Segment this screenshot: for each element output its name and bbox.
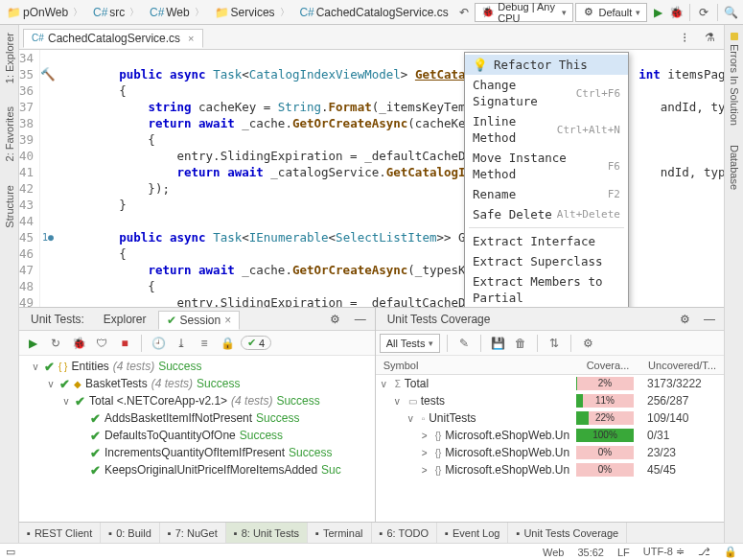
- errors-tool[interactable]: Errors In Solution: [729, 33, 740, 126]
- breadcrumb-item[interactable]: 📁pOnWeb〉: [4, 6, 88, 19]
- close-tab-icon[interactable]: ×: [188, 33, 194, 44]
- minimize-icon[interactable]: —: [699, 309, 720, 330]
- toggle-icon[interactable]: v: [61, 396, 71, 407]
- save-icon[interactable]: 💾: [488, 334, 507, 353]
- context-menu-item[interactable]: Change SignatureCtrl+F6: [465, 75, 628, 111]
- context-menu-item[interactable]: Move Instance MethodF6: [465, 148, 628, 184]
- coverage-filter[interactable]: All Tests▾: [380, 334, 441, 353]
- session-tab[interactable]: ✔Session×: [158, 311, 241, 330]
- toggle-icon[interactable]: >: [422, 448, 431, 458]
- context-menu-item[interactable]: Extract Members to Partial: [465, 271, 628, 307]
- caret-position[interactable]: 35:62: [577, 547, 604, 558]
- breadcrumb-item[interactable]: C#src〉: [90, 6, 145, 19]
- tool-window-button[interactable]: ▪REST Client: [19, 523, 101, 543]
- coverage-tree[interactable]: v Σ Total 2% 3173/3222 v ▭ tests 11% 256…: [376, 375, 724, 522]
- breadcrumb-item[interactable]: 📁Services〉: [212, 6, 295, 19]
- test-tree-row[interactable]: v ✔ { } Entities (4 tests) Success: [23, 358, 371, 375]
- tool-window-button[interactable]: ▪7: NuGet: [160, 523, 226, 543]
- run-config-label: Debug | Any CPU: [498, 1, 558, 24]
- passed-badge[interactable]: ✔4: [241, 336, 271, 350]
- test-tree-row[interactable]: v ✔ Total <.NETCoreApp-v2.1> (4 tests) S…: [23, 392, 371, 409]
- coverage-row[interactable]: v ▫ UnitTests 22% 109/140: [376, 409, 724, 427]
- run-config-selector[interactable]: 🐞Debug | Any CPU▾: [475, 3, 573, 22]
- explorer-tool[interactable]: 1: Explorer: [4, 33, 15, 83]
- lock-icon[interactable]: 🔒: [218, 334, 237, 353]
- lab-icon[interactable]: ⚗: [699, 27, 720, 48]
- update-button[interactable]: ⟳: [695, 2, 712, 23]
- back-button[interactable]: ↶: [456, 2, 474, 23]
- coverage-row[interactable]: > {} Microsoft.eShopWeb.Un 0% 45/45: [376, 461, 724, 478]
- test-tree-row[interactable]: ✔ DefaultsToQuantityOfOne Success: [23, 427, 371, 444]
- target-selector[interactable]: ⚙Default▾: [575, 3, 647, 22]
- tool-window-button[interactable]: ▪0: Build: [101, 523, 160, 543]
- test-tree-row[interactable]: ✔ IncrementsQuantityOfItemIfPresent Succ…: [23, 444, 371, 461]
- filter-icon[interactable]: ≡: [195, 334, 214, 353]
- unit-tests-tree[interactable]: v ✔ { } Entities (4 tests) Success v ✔ ◆…: [19, 356, 375, 522]
- test-tree-row[interactable]: ✔ KeepsOriginalUnitPriceIfMoreItemsAdded…: [23, 461, 371, 478]
- check-icon: ✔: [75, 394, 85, 408]
- tool-window-button[interactable]: ▪Terminal: [308, 523, 371, 543]
- column-symbol[interactable]: Symbol: [376, 360, 576, 371]
- git-branch[interactable]: ⎇: [698, 546, 710, 558]
- history-icon[interactable]: 🕘: [149, 334, 168, 353]
- search-button[interactable]: 🔍: [723, 2, 740, 23]
- breadcrumb-item[interactable]: C#Web〉: [147, 6, 209, 19]
- context-label[interactable]: Web: [543, 547, 564, 558]
- sort-icon[interactable]: ⇅: [545, 334, 564, 353]
- code-editor[interactable]: 34353637383940414243444546474849505152 🔨…: [19, 50, 724, 307]
- context-menu-item[interactable]: Extract Superclass: [465, 251, 628, 271]
- debug-tests-button[interactable]: 🐞: [69, 334, 88, 353]
- column-coverage[interactable]: Covera...: [576, 360, 639, 371]
- coverage-button[interactable]: 🛡: [92, 334, 111, 353]
- run-tests-button[interactable]: ▶: [23, 334, 42, 353]
- coverage-row[interactable]: > {} Microsoft.eShopWeb.Un 0% 23/23: [376, 444, 724, 461]
- rerun-button[interactable]: ↻: [46, 334, 65, 353]
- context-menu-item[interactable]: Safe DeleteAlt+Delete: [465, 204, 628, 224]
- coverage-row[interactable]: v Σ Total 2% 3173/3222: [376, 375, 724, 392]
- context-menu-item[interactable]: Inline MethodCtrl+Alt+N: [465, 111, 628, 148]
- export-icon[interactable]: ⤓: [172, 334, 191, 353]
- encoding[interactable]: UTF-8 ≑: [643, 546, 685, 558]
- delete-icon[interactable]: 🗑: [511, 334, 530, 353]
- line-ending[interactable]: LF: [617, 547, 630, 558]
- toggle-icon[interactable]: v: [382, 379, 391, 389]
- gear-icon[interactable]: ⚙: [325, 309, 346, 330]
- explorer-tab[interactable]: Explorer: [96, 311, 154, 328]
- gear-icon[interactable]: ⚙: [674, 309, 695, 330]
- debug-button[interactable]: 🐞: [668, 2, 685, 23]
- context-menu-item[interactable]: Extract Interface: [465, 231, 628, 251]
- cs-icon: C#: [94, 6, 106, 18]
- toggle-icon[interactable]: >: [422, 431, 431, 441]
- database-tool[interactable]: Database: [729, 145, 740, 190]
- highlight-icon[interactable]: ✎: [454, 334, 474, 353]
- run-button[interactable]: ▶: [649, 2, 666, 23]
- coverage-row[interactable]: > {} Microsoft.eShopWeb.Un 100% 0/31: [376, 427, 724, 444]
- toggle-icon[interactable]: v: [46, 379, 56, 389]
- toggle-icon[interactable]: v: [395, 396, 405, 407]
- context-menu-item[interactable]: RenameF2: [465, 184, 628, 204]
- tool-window-button[interactable]: ▪8: Unit Tests: [226, 523, 308, 543]
- test-tree-row[interactable]: v ✔ ◆ BasketTests (4 tests) Success: [23, 375, 371, 392]
- test-tree-row[interactable]: ✔ AddsBasketItemIfNotPresent Success: [23, 409, 371, 427]
- structure-tool[interactable]: Structure: [4, 185, 15, 228]
- editor-menu-icon[interactable]: ⁝: [674, 27, 695, 48]
- uncovered-count: 3173/3222: [639, 377, 724, 390]
- close-icon[interactable]: ×: [224, 314, 231, 327]
- column-uncovered[interactable]: Uncovered/T...: [639, 360, 724, 371]
- tool-window-button[interactable]: ▪Event Log: [437, 523, 508, 543]
- settings-icon[interactable]: ⚙: [578, 334, 597, 353]
- type-icon: {}: [435, 465, 442, 476]
- toggle-icon[interactable]: v: [31, 362, 40, 372]
- main-toolbar: 📁pOnWeb〉 C#src〉 C#Web〉 📁Services〉 C#Cach…: [0, 0, 743, 25]
- coverage-row[interactable]: v ▭ tests 11% 256/287: [376, 392, 724, 409]
- editor-tab[interactable]: C# CachedCatalogService.cs ×: [23, 29, 203, 48]
- favorites-tool[interactable]: 2: Favorites: [4, 106, 15, 161]
- toggle-icon[interactable]: >: [422, 465, 431, 476]
- stop-button[interactable]: ■: [115, 334, 134, 353]
- tool-window-button[interactable]: ▪6: TODO: [372, 523, 438, 543]
- breadcrumb-item[interactable]: C#CachedCatalogService.cs: [297, 6, 453, 19]
- toggle-icon[interactable]: v: [408, 413, 418, 424]
- tool-window-button[interactable]: ▪Unit Tests Coverage: [508, 523, 627, 543]
- minimize-icon[interactable]: —: [350, 309, 371, 330]
- lock-icon[interactable]: 🔒: [724, 546, 737, 558]
